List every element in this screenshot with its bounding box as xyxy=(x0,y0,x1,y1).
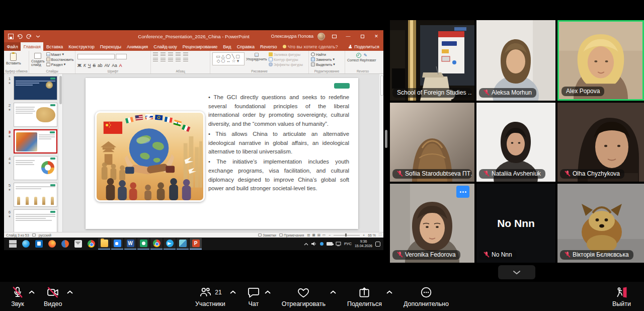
italic-button[interactable]: К xyxy=(84,63,86,68)
participant-tile-sofiia[interactable]: Sofiia Starodubtseva ПТ… xyxy=(390,103,474,182)
tab-file[interactable]: Файл xyxy=(4,42,21,51)
zoom-slider[interactable] xyxy=(334,235,360,236)
shape-outline-button[interactable]: Контур фигуры xyxy=(269,57,303,61)
explorer-button[interactable] xyxy=(98,238,110,250)
reset-button[interactable]: Восстановить xyxy=(46,57,74,61)
audio-options-chevron[interactable] xyxy=(28,289,36,295)
zoom-in-button[interactable]: + xyxy=(363,234,365,237)
network-icon[interactable] xyxy=(336,242,341,246)
layout-button[interactable]: Макет ▾ xyxy=(46,52,74,56)
correct-rephraser-button[interactable]: ✓ ✎ Correct Rephraser xyxy=(347,52,376,62)
react-button[interactable]: Отреагировать xyxy=(281,284,327,309)
arrange-button[interactable]: Упорядочить xyxy=(246,52,267,61)
participant-tile-aleksa[interactable]: Aleksa Morhun xyxy=(476,20,555,101)
undo-icon[interactable] xyxy=(17,34,23,39)
participant-tile-nataliia[interactable]: Nataliia Avsheniuk xyxy=(476,103,555,182)
clock[interactable]: 9:36 15.04.2026 xyxy=(355,240,372,249)
font-size-box[interactable] xyxy=(116,54,127,59)
slide-thumbnail-3-selected[interactable] xyxy=(14,129,57,153)
tab-reverso[interactable]: Reverso xyxy=(257,42,280,51)
more-button[interactable]: Дополнительно xyxy=(403,284,450,309)
bluetooth-icon[interactable] xyxy=(320,242,324,246)
battery-icon[interactable] xyxy=(327,242,333,246)
current-slide[interactable]: • The GCI directly questions and seeks t… xyxy=(86,78,358,229)
opera-button[interactable] xyxy=(59,238,71,250)
slide-vertical-scrollbar[interactable] xyxy=(379,74,383,232)
account-name[interactable]: Олександра Попова xyxy=(271,34,313,39)
participant-tile-veronika[interactable]: Veronika Fedorova xyxy=(390,184,474,263)
participant-tile-school[interactable]: School of Foreign Studies … xyxy=(390,20,474,101)
shape-fill-button[interactable]: Заливка фигуры xyxy=(269,52,303,56)
indent-decrease-icon[interactable] xyxy=(168,52,173,56)
align-center-icon[interactable] xyxy=(160,58,166,62)
chrome-profile-button[interactable] xyxy=(150,238,163,250)
tile-more-options-button[interactable] xyxy=(456,186,469,198)
tab-review[interactable]: Рецензирование xyxy=(180,42,220,51)
participant-tile-alex-popova[interactable]: Alex Popova xyxy=(557,20,644,101)
slide-thumbnail-6[interactable] xyxy=(14,209,57,234)
fit-slide-icon[interactable]: ⛶ xyxy=(379,233,381,237)
close-button[interactable]: ✕ xyxy=(371,32,381,41)
new-slide-button[interactable]: Создать слайд xyxy=(31,52,45,66)
tab-slideshow[interactable]: Слайд-шоу xyxy=(151,42,180,51)
shape-effects-button[interactable]: Эффекты фигуры xyxy=(269,62,303,66)
keyboard-language[interactable]: РУС xyxy=(344,242,352,246)
restore-button[interactable] xyxy=(357,32,367,41)
participant-tile-viktoriia[interactable]: Вікторія Бєляєвська xyxy=(557,184,644,263)
slideshow-icon[interactable]: ▭ xyxy=(323,233,326,237)
qat-customize-icon[interactable] xyxy=(35,34,41,39)
tab-home[interactable]: Главная xyxy=(21,42,43,51)
justify-icon[interactable] xyxy=(176,58,181,62)
slide-thumbnail-2[interactable] xyxy=(14,103,57,127)
audio-button[interactable]: Звук xyxy=(10,284,25,309)
green-app-button[interactable] xyxy=(137,238,149,250)
slide-thumbnail-1[interactable] xyxy=(14,76,57,100)
shape-gallery[interactable]: ▭△◯╲▢◇⬡↔☆▾ xyxy=(212,52,245,65)
thumbnail-scrollbar[interactable] xyxy=(59,74,62,232)
zoom-out-button[interactable]: − xyxy=(329,234,331,237)
align-right-icon[interactable] xyxy=(168,58,173,62)
tell-me-box[interactable]: Что вы хотите сделать? xyxy=(280,42,341,51)
bold-button[interactable]: Ж xyxy=(77,63,82,68)
notes-button[interactable]: Заметки xyxy=(258,234,276,237)
account-avatar[interactable] xyxy=(317,33,325,40)
section-button[interactable]: Раздел ▾ xyxy=(46,62,74,66)
notification-center-icon[interactable] xyxy=(375,242,380,247)
chrome-button[interactable] xyxy=(85,238,97,250)
tab-help[interactable]: Справка xyxy=(234,42,257,51)
powerpoint-taskbar-button[interactable]: P xyxy=(190,238,202,250)
save-icon[interactable] xyxy=(8,34,14,39)
react-options-chevron[interactable] xyxy=(329,289,337,295)
participant-tile-no-nnn[interactable]: No Nnn No Nnn xyxy=(476,184,555,263)
tray-chevron-icon[interactable] xyxy=(304,243,308,246)
select-button[interactable]: Выделить ▾ xyxy=(311,62,335,66)
font-name-box[interactable] xyxy=(77,54,115,59)
notes-app-button[interactable] xyxy=(177,238,189,250)
spellcheck-icon[interactable] xyxy=(32,234,36,237)
share-options-chevron[interactable] xyxy=(385,289,393,295)
tab-design[interactable]: Конструктор xyxy=(66,42,97,51)
line-spacing-icon[interactable] xyxy=(183,52,188,56)
minimize-button[interactable]: — xyxy=(343,32,353,41)
underline-button[interactable]: Ч xyxy=(88,63,91,68)
ribbon-display-options-icon[interactable] xyxy=(329,32,339,41)
start-button[interactable] xyxy=(7,238,19,250)
slide-sorter-icon[interactable]: ▦ xyxy=(312,233,315,237)
shared-screen-scrollbar[interactable] xyxy=(385,130,387,148)
numbering-icon[interactable] xyxy=(160,52,166,56)
replace-button[interactable]: Заменить ▾ xyxy=(311,57,335,61)
share-ribbon-button[interactable]: Поделиться xyxy=(348,42,383,51)
language-indicator[interactable]: русский xyxy=(39,234,51,237)
case-button[interactable]: AV xyxy=(105,63,110,68)
reading-view-icon[interactable]: ▤ xyxy=(317,233,320,237)
chat-button[interactable]: Чат xyxy=(246,284,261,309)
indent-increase-icon[interactable] xyxy=(176,52,181,56)
participants-button[interactable]: 21 Участники xyxy=(194,284,226,309)
video-button[interactable]: Видео xyxy=(43,284,63,309)
slide-thumbnail-4[interactable] xyxy=(14,156,57,180)
clear-format-button[interactable]: Aa xyxy=(112,63,117,68)
tab-transitions[interactable]: Переходы xyxy=(97,42,124,51)
participant-tile-olha[interactable]: Olha Chyzhykova xyxy=(557,103,644,182)
word-button[interactable]: W xyxy=(124,238,136,250)
tab-view[interactable]: Вид xyxy=(220,42,234,51)
